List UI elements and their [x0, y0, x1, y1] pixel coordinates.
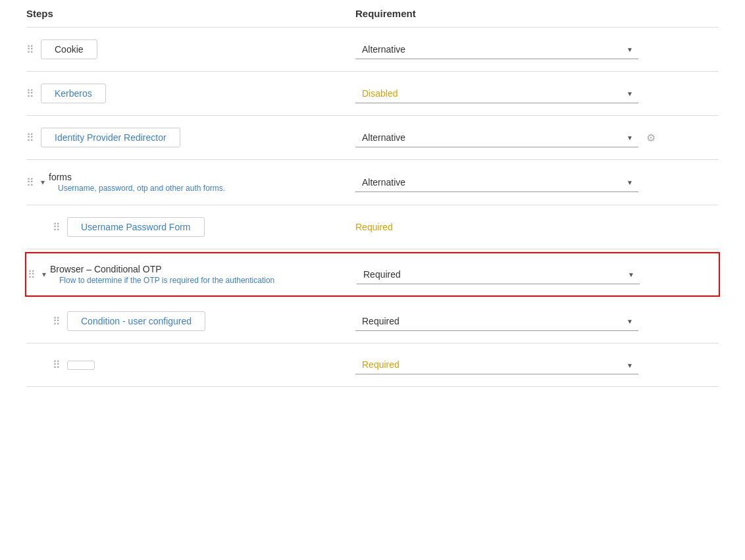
req-select-forms[interactable]: Alternative Disabled Required Conditiona… [355, 173, 638, 192]
req-cell-condition-user-configured: Required Alternative Disabled Conditiona… [355, 312, 719, 331]
req-select-last[interactable]: Required Alternative Disabled Conditiona… [355, 355, 638, 374]
group-name-forms: forms [49, 172, 72, 182]
req-cell-cookie: Alternative Disabled Required Conditiona… [355, 40, 719, 59]
row-identity-provider: ⠿ Identity Provider Redirector Alternati… [26, 116, 719, 160]
req-select-browser-conditional-otp[interactable]: Required Alternative Disabled Conditiona… [357, 265, 640, 284]
row-browser-conditional-otp: ⠿ ▾ Browser – Conditional OTP Flow to de… [25, 252, 720, 297]
drag-handle-last[interactable]: ⠿ [53, 359, 59, 371]
req-select-wrapper-cookie: Alternative Disabled Required Conditiona… [355, 40, 638, 59]
req-select-wrapper-browser-conditional-otp: Required Alternative Disabled Conditiona… [357, 265, 640, 284]
group-name-browser-conditional-otp: Browser – Conditional OTP [50, 264, 162, 274]
drag-handle-cookie[interactable]: ⠿ [26, 43, 33, 56]
req-select-wrapper-condition-user-configured: Required Alternative Disabled Conditiona… [355, 312, 638, 331]
row-condition-user-configured: ⠿ Condition - user configured Required A… [26, 299, 719, 344]
steps-cell-browser-conditional-otp: ⠿ ▾ Browser – Conditional OTP Flow to de… [28, 264, 357, 285]
steps-cell-forms: ⠿ ▾ forms Username, password, otp and ot… [26, 172, 355, 193]
steps-cell-condition-user-configured: ⠿ Condition - user configured [26, 311, 355, 331]
group-desc-browser-conditional-otp: Flow to determine if the OTP is required… [59, 276, 274, 285]
req-select-cookie[interactable]: Alternative Disabled Required Conditiona… [355, 40, 638, 59]
req-cell-username-password-form: Required [355, 222, 719, 232]
steps-cell-kerberos: ⠿ Kerberos [26, 84, 355, 103]
steps-cell-username-password-form: ⠿ Username Password Form [26, 217, 355, 237]
req-select-wrapper-last: Required Alternative Disabled Conditiona… [355, 355, 638, 374]
step-group-forms: forms Username, password, otp and other … [45, 172, 225, 193]
req-cell-forms: Alternative Disabled Required Conditiona… [355, 173, 719, 192]
req-select-condition-user-configured[interactable]: Required Alternative Disabled Conditiona… [355, 312, 638, 331]
drag-handle-kerberos[interactable]: ⠿ [26, 88, 33, 100]
drag-handle-identity-provider[interactable]: ⠿ [26, 132, 33, 144]
group-desc-forms: Username, password, otp and other auth f… [58, 184, 225, 193]
steps-column-header: Steps [26, 8, 355, 19]
step-label-identity-provider: Identity Provider Redirector [41, 128, 180, 147]
step-label-username-password-form: Username Password Form [67, 217, 205, 237]
req-select-wrapper-forms: Alternative Disabled Required Conditiona… [355, 173, 638, 192]
drag-handle-browser-conditional-otp[interactable]: ⠿ [28, 268, 34, 281]
row-forms: ⠿ ▾ forms Username, password, otp and ot… [26, 160, 719, 205]
steps-cell-last: ⠿ [26, 359, 355, 371]
req-cell-last: Required Alternative Disabled Conditiona… [355, 355, 719, 374]
req-select-kerberos[interactable]: Disabled Alternative Required Conditiona… [355, 84, 638, 103]
req-select-identity-provider[interactable]: Alternative Disabled Required Conditiona… [355, 128, 638, 147]
req-text-username-password-form: Required [355, 222, 393, 232]
steps-cell-cookie: ⠿ Cookie [26, 39, 355, 59]
row-kerberos: ⠿ Kerberos Disabled Alternative Required… [26, 72, 719, 116]
row-username-password-form: ⠿ Username Password Form Required [26, 205, 719, 249]
steps-cell-identity-provider: ⠿ Identity Provider Redirector [26, 128, 355, 147]
step-label-last [67, 361, 95, 370]
step-group-header-browser-conditional-otp: Browser – Conditional OTP [46, 264, 274, 274]
requirement-column-header: Requirement [355, 8, 719, 19]
row-last: ⠿ Required Alternative Disabled Conditio… [26, 344, 719, 387]
drag-handle-forms[interactable]: ⠿ [26, 176, 33, 189]
req-select-wrapper-kerberos: Disabled Alternative Required Conditiona… [355, 84, 638, 103]
drag-handle-condition-user-configured[interactable]: ⠿ [53, 315, 59, 328]
step-group-header-forms: forms [45, 172, 225, 182]
step-label-cookie: Cookie [41, 39, 97, 59]
req-cell-kerberos: Disabled Alternative Required Conditiona… [355, 84, 719, 103]
step-group-browser-conditional-otp: Browser – Conditional OTP Flow to determ… [46, 264, 274, 285]
req-cell-browser-conditional-otp: Required Alternative Disabled Conditiona… [357, 265, 717, 284]
gear-icon-identity-provider[interactable]: ⚙ [646, 132, 655, 144]
req-cell-identity-provider: Alternative Disabled Required Conditiona… [355, 128, 719, 147]
step-label-kerberos: Kerberos [41, 84, 106, 103]
drag-handle-username-password-form[interactable]: ⠿ [53, 221, 59, 234]
step-label-condition-user-configured: Condition - user configured [67, 311, 205, 331]
req-select-wrapper-identity-provider: Alternative Disabled Required Conditiona… [355, 128, 638, 147]
row-cookie: ⠿ Cookie Alternative Disabled Required C… [26, 28, 719, 72]
